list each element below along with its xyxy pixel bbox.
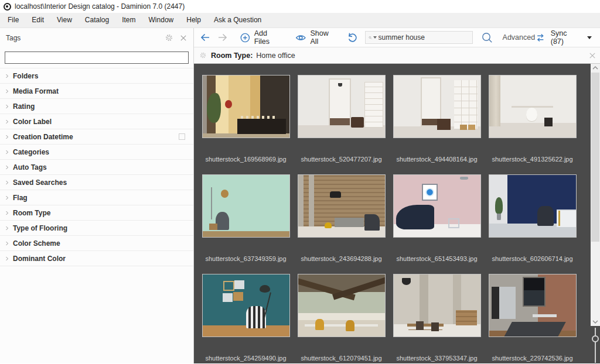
sidebar-item-color-scheme[interactable]: Color Scheme bbox=[0, 236, 193, 251]
thumb-shape bbox=[396, 205, 434, 229]
thumbnail-image[interactable] bbox=[298, 274, 386, 337]
show-all-label: Show All bbox=[310, 29, 338, 46]
sidebar-item-label: Media Format bbox=[13, 87, 59, 95]
gallery-item[interactable]: shutterstock_169568969.jpg bbox=[198, 75, 294, 174]
scrollbar-thumb[interactable] bbox=[591, 73, 599, 242]
thumb-shape bbox=[537, 206, 554, 226]
gallery-item[interactable]: shutterstock_491325622.jpg bbox=[485, 75, 580, 174]
forward-button[interactable] bbox=[216, 32, 229, 43]
thumbnail-image[interactable] bbox=[393, 75, 481, 138]
sidebar-item-label: Categories bbox=[13, 148, 49, 156]
search-large-icon bbox=[481, 32, 493, 44]
chevron-right-icon bbox=[4, 210, 11, 217]
thumb-shape bbox=[422, 78, 440, 125]
undo-button[interactable] bbox=[346, 32, 358, 43]
scroll-up-icon[interactable] bbox=[591, 64, 600, 72]
thumb-shape bbox=[263, 292, 271, 320]
tags-panel: Tags FoldersMedia FormatRatingColor Labe… bbox=[0, 28, 194, 363]
sidebar-item-auto-tags[interactable]: Auto Tags bbox=[0, 160, 193, 175]
thumb-shape bbox=[338, 83, 342, 87]
sync-button[interactable]: Sync (87) bbox=[535, 29, 594, 46]
thumbnail-image[interactable] bbox=[298, 174, 386, 238]
sidebar-item-media-format[interactable]: Media Format bbox=[0, 84, 193, 99]
menu-item-catalog[interactable]: Catalog bbox=[79, 13, 115, 28]
gallery-item[interactable]: shutterstock_651453493.jpg bbox=[389, 174, 485, 274]
show-all-button[interactable]: Show All bbox=[295, 29, 338, 46]
sidebar-item-creation-datetime[interactable]: Creation Datetime bbox=[0, 129, 193, 145]
thumbnail-filename: shutterstock_494408164.jpg bbox=[389, 156, 485, 163]
add-files-button[interactable]: Add Files bbox=[240, 29, 284, 46]
thumbnail-image[interactable] bbox=[393, 274, 481, 337]
scroll-down-icon[interactable] bbox=[591, 318, 600, 326]
sidebar-item-type-of-flooring[interactable]: Type of Flooring bbox=[0, 221, 193, 236]
sidebar-item-dominant-color[interactable]: Dominant Color bbox=[0, 251, 193, 266]
menu-item-view[interactable]: View bbox=[50, 13, 79, 28]
sync-caret-icon[interactable] bbox=[587, 36, 592, 39]
thumb-shape bbox=[454, 80, 478, 129]
gallery-item[interactable]: shutterstock_602606714.jpg bbox=[485, 174, 580, 274]
thumbnail-image[interactable] bbox=[393, 174, 481, 238]
thumbnail-image[interactable] bbox=[202, 75, 290, 138]
thumb-shape bbox=[330, 191, 341, 198]
thumb-shape bbox=[241, 116, 275, 119]
thumbnail-image[interactable] bbox=[489, 274, 577, 337]
sidebar-item-label: Room Type bbox=[13, 209, 50, 217]
thumbnail-image[interactable] bbox=[202, 174, 290, 238]
gallery-item[interactable]: shutterstock_337953347.jpg bbox=[389, 274, 485, 363]
thumb-shape bbox=[533, 314, 557, 324]
search-scope-caret-icon[interactable] bbox=[373, 36, 377, 39]
thumbnail-image[interactable] bbox=[202, 274, 290, 337]
filter-tag-name: Room Type: bbox=[211, 51, 253, 60]
thumb-shape bbox=[558, 211, 560, 225]
thumb-shape bbox=[460, 177, 468, 180]
thumb-shape bbox=[223, 281, 234, 291]
gallery-item[interactable]: shutterstock_637349359.jpg bbox=[198, 174, 294, 274]
sidebar-item-categories[interactable]: Categories bbox=[0, 145, 193, 160]
sidebar-item-label: Creation Datetime bbox=[13, 133, 73, 141]
thumbnail-image[interactable] bbox=[489, 75, 577, 138]
menu-item-help[interactable]: Help bbox=[180, 13, 207, 28]
thumbnail-size-slider[interactable] bbox=[591, 328, 600, 363]
thumb-shape bbox=[351, 117, 364, 128]
sidebar-item-flag[interactable]: Flag bbox=[0, 190, 193, 205]
calendar-icon[interactable] bbox=[179, 133, 185, 140]
advanced-search-link[interactable]: Advanced bbox=[503, 33, 536, 42]
run-search-button[interactable] bbox=[481, 32, 493, 44]
gallery-item[interactable]: shutterstock_243694288.jpg bbox=[294, 174, 389, 274]
gallery-item[interactable]: shutterstock_254259490.jpg bbox=[198, 274, 294, 363]
menu-item-window[interactable]: Window bbox=[142, 13, 180, 28]
tags-search-input[interactable] bbox=[5, 51, 189, 64]
vertical-scrollbar[interactable] bbox=[591, 64, 600, 326]
search-input[interactable] bbox=[379, 33, 469, 42]
filter-close-icon[interactable] bbox=[588, 51, 596, 60]
sidebar-item-rating[interactable]: Rating bbox=[0, 99, 193, 114]
chevron-right-icon bbox=[4, 103, 11, 110]
menu-item-ask-a-question[interactable]: Ask a Question bbox=[207, 13, 268, 28]
back-button[interactable] bbox=[199, 32, 212, 43]
sidebar-item-room-type[interactable]: Room Type bbox=[0, 205, 193, 221]
sidebar-item-saved-searches[interactable]: Saved Searches bbox=[0, 175, 193, 190]
filter-settings-gear-icon[interactable] bbox=[199, 51, 207, 59]
sidebar-item-label: Auto Tags bbox=[13, 163, 47, 171]
thumbnail-filename: shutterstock_337953347.jpg bbox=[389, 355, 485, 362]
thumbnail-filename: shutterstock_491325622.jpg bbox=[485, 156, 580, 163]
sidebar-item-folders[interactable]: Folders bbox=[0, 68, 193, 84]
tags-close-icon[interactable] bbox=[179, 34, 188, 42]
thumbnail-filename: shutterstock_520477207.jpg bbox=[294, 156, 389, 163]
thumb-shape bbox=[225, 100, 232, 108]
search-box[interactable] bbox=[365, 31, 473, 44]
gallery-item[interactable]: shutterstock_612079451.jpg bbox=[294, 274, 389, 363]
gallery-item[interactable]: shutterstock_494408164.jpg bbox=[389, 75, 485, 174]
thumb-shape bbox=[544, 118, 552, 126]
tags-settings-gear-icon[interactable] bbox=[165, 33, 173, 42]
gallery-item[interactable]: shutterstock_229742536.jpg bbox=[485, 274, 580, 363]
slider-knob[interactable] bbox=[592, 335, 599, 342]
sidebar-item-color-label[interactable]: Color Label bbox=[0, 114, 193, 129]
menu-item-edit[interactable]: Edit bbox=[25, 13, 50, 28]
undo-icon bbox=[346, 32, 358, 43]
gallery-item[interactable]: shutterstock_520477207.jpg bbox=[294, 75, 389, 174]
menu-item-item[interactable]: Item bbox=[115, 13, 142, 28]
menu-item-file[interactable]: File bbox=[1, 13, 25, 28]
thumbnail-image[interactable] bbox=[489, 174, 577, 238]
thumbnail-image[interactable] bbox=[298, 75, 386, 138]
